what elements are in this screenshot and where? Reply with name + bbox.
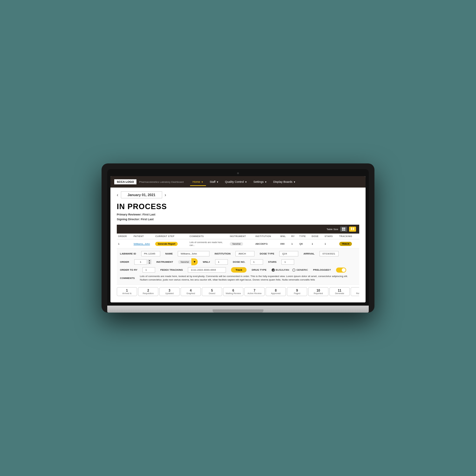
instrument-dropdown-btn[interactable]: ▼: [191, 258, 198, 265]
patient-link[interactable]: Williams, John: [134, 242, 150, 245]
expanded-row: LABWARE ID PK-12345 NAME Williams, John …: [117, 248, 359, 284]
nav-display-label: Display Boards: [273, 180, 293, 183]
cell-institution: ABCDEFG: [254, 239, 279, 248]
busulfan-option[interactable]: BUSULFAN: [272, 268, 289, 272]
nav-item-quality-control[interactable]: Quality Control ▼: [222, 179, 249, 185]
instrument-select-value: Narwhal: [178, 260, 191, 264]
navbar: SCCA LOGO Pharmacokinetics Labratory Das…: [110, 176, 366, 188]
col-comments: COMMENTS: [188, 234, 228, 239]
expanded-cell: LABWARE ID PK-12345 NAME Williams, John …: [117, 248, 359, 284]
step-4[interactable]: 4 Graphed: [181, 287, 201, 296]
cell-dose: 1: [310, 239, 323, 248]
order-decrement-btn[interactable]: ▼: [148, 262, 151, 264]
labware-id-label: LABWARE ID: [120, 252, 136, 255]
fedex-label: FEDEX TRACKING: [160, 268, 183, 271]
drug-type-label: DRUG TYPE: [252, 268, 267, 271]
order-increment-btn[interactable]: ▲: [148, 259, 151, 262]
table-size-large-btn[interactable]: [349, 227, 356, 232]
instrument-label: INSTRUMENT: [156, 261, 173, 263]
stars-label: STARS: [268, 261, 277, 263]
dose-type-label: DOSE TYPE: [260, 252, 274, 255]
name-label: NAME: [165, 252, 173, 255]
main-content: ‹ January 01, 2021 › IN PROCESS Primary …: [110, 188, 366, 302]
laptop-base: [107, 306, 369, 313]
cell-ry: 1: [290, 239, 298, 248]
labware-id-value: PK-12345: [141, 251, 160, 256]
step-12[interactable]: 12 Released: [351, 287, 359, 296]
nav-qc-label: Quality Control: [225, 180, 244, 183]
generic-label: GENERIC: [296, 268, 308, 271]
nav-items: Home ▼ Staff ▼ Quality Control ▼ Setting…: [190, 179, 362, 185]
table-header-row: ORDER PATIENT CURRENT STEP COMMENTS INST…: [117, 234, 359, 239]
screen: SCCA LOGO Pharmacokinetics Labratory Das…: [110, 176, 366, 302]
order-to-ry-value: 1: [142, 267, 155, 273]
col-wnl: WNL: [279, 234, 290, 239]
screen-bezel: SCCA LOGO Pharmacokinetics Labratory Das…: [107, 169, 369, 305]
prelogged-label: PRELOGGED?: [313, 268, 331, 271]
step-3[interactable]: 3 Updated: [159, 287, 180, 296]
signing-director: Signing Director: First Last: [117, 217, 359, 221]
nav-settings-arrow: ▼: [265, 181, 267, 183]
cell-stars: 1: [323, 239, 338, 248]
order-to-ry-label: ORDER TO RY: [120, 268, 137, 271]
col-ry: RY: [290, 234, 298, 239]
instrument-badge: Narwhal: [230, 242, 243, 246]
table-size-small-btn[interactable]: [340, 227, 347, 232]
prelogged-toggle[interactable]: [336, 268, 346, 273]
name-value: Williams, John: [178, 251, 209, 256]
step-6[interactable]: 6 Waiting Review: [223, 287, 243, 296]
step-9[interactable]: 9 Paged: [287, 287, 307, 296]
page-title: IN PROCESS: [117, 202, 359, 211]
order-value[interactable]: 1: [134, 259, 147, 265]
col-instrument: INSTRUMENT: [228, 234, 254, 239]
expanded-line-3: ORDER TO RY 1 FEDEX TRACKING 1111-2222-3…: [120, 267, 356, 273]
wnl-label: WNL#: [203, 261, 210, 263]
data-table: ORDER PATIENT CURRENT STEP COMMENTS INST…: [117, 234, 359, 284]
step-1[interactable]: 1 Arrived &: [117, 287, 137, 296]
comments-text: Lots of comments are made here, looked a…: [140, 274, 356, 281]
generic-option[interactable]: GENERIC: [292, 268, 308, 272]
col-tracking: TRACKING: [338, 234, 359, 239]
step-pills: 1 Arrived & 2 Requisition 3 Updated 4 Gr…: [117, 285, 359, 299]
nav-item-home[interactable]: Home ▼: [190, 179, 206, 185]
date-next-btn[interactable]: ›: [165, 192, 166, 197]
table-head: ORDER PATIENT CURRENT STEP COMMENTS INST…: [117, 234, 359, 239]
cell-wnl: 090: [279, 239, 290, 248]
nav-item-staff[interactable]: Staff ▼: [207, 179, 221, 185]
generic-radio[interactable]: [292, 268, 295, 272]
cell-order: 1: [117, 239, 132, 248]
nav-qc-arrow: ▼: [245, 181, 247, 183]
nav-item-display-boards[interactable]: Display Boards ▼: [271, 179, 298, 185]
laptop-frame: SCCA LOGO Pharmacokinetics Labratory Das…: [102, 163, 374, 312]
cell-instrument: Narwhal: [228, 239, 254, 248]
date-prev-btn[interactable]: ‹: [117, 192, 118, 197]
nav-home-arrow: ▼: [201, 181, 203, 183]
date-nav: ‹ January 01, 2021 ›: [117, 191, 359, 198]
step-8[interactable]: 8 Approved: [266, 287, 286, 296]
primary-reviewer: Primary Reviewer: First Last: [117, 212, 359, 217]
step-2[interactable]: 2 Requisition: [138, 287, 158, 296]
nav-settings-label: Settings: [253, 180, 264, 183]
col-current-step: CURRENT STEP: [154, 234, 188, 239]
cell-comments: Lots of comments are made here, can...: [188, 239, 228, 248]
step-10[interactable]: 10 Reported: [308, 287, 328, 296]
busulfan-radio[interactable]: [272, 268, 275, 272]
busulfan-label: BUSULFAN: [276, 268, 289, 271]
nav-item-settings[interactable]: Settings ▼: [251, 179, 269, 185]
col-institution: INSTITUTION: [254, 234, 279, 239]
order-stepper: 1 ▲ ▼: [134, 259, 151, 265]
institution-label: INSTITUTION: [215, 252, 230, 255]
nav-staff-arrow: ▼: [216, 181, 219, 183]
generate-report-button[interactable]: Generate Report: [155, 242, 178, 246]
step-11[interactable]: 11 Generate: [329, 287, 350, 296]
step-5[interactable]: 5 Dosed: [202, 287, 222, 296]
fedex-track-button[interactable]: Track: [231, 267, 247, 273]
col-order: ORDER: [117, 234, 132, 239]
nav-logo: SCCA LOGO: [114, 179, 136, 184]
camera: [237, 172, 239, 174]
dose-type-value: Q24: [279, 251, 298, 256]
expanded-line-4: COMMENTS Lots of comments are made here,…: [120, 274, 356, 281]
track-button[interactable]: TRACK: [339, 242, 352, 246]
table-size-label: Table Size: [327, 228, 338, 231]
step-7[interactable]: 7 Active Review: [244, 287, 265, 296]
